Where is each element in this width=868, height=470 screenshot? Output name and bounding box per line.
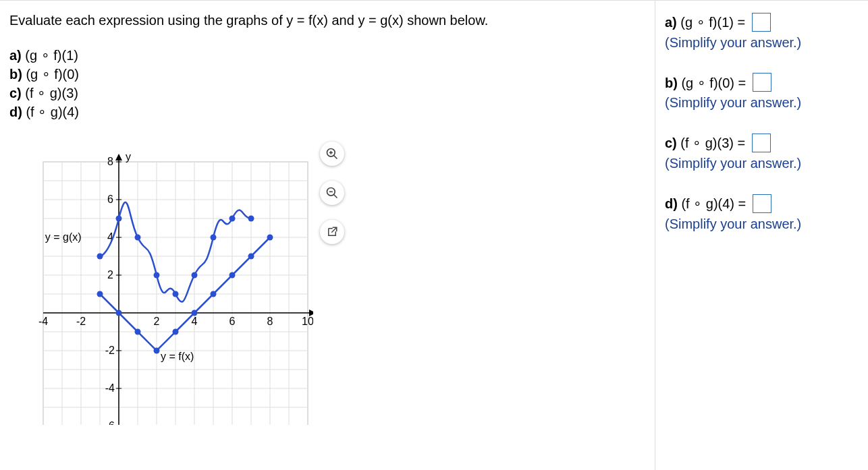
popout-button[interactable] — [320, 220, 344, 244]
hint-c: (Simplify your answer.) — [665, 156, 801, 171]
svg-point-62 — [173, 329, 179, 335]
graph-tools — [320, 142, 344, 259]
answer-panel: a) (g ∘ f)(1) = (Simplify your answer.) … — [655, 1, 868, 470]
svg-text:2: 2 — [154, 316, 160, 327]
svg-point-75 — [229, 216, 236, 222]
svg-line-80 — [334, 156, 337, 159]
svg-point-64 — [211, 291, 217, 297]
svg-point-76 — [248, 216, 254, 222]
svg-text:-2: -2 — [105, 345, 115, 356]
page-root: Evaluate each expression using the graph… — [0, 0, 868, 470]
svg-point-67 — [267, 235, 273, 241]
answer-d-input[interactable] — [753, 194, 771, 213]
zoom-in-button[interactable] — [320, 142, 344, 166]
svg-text:8: 8 — [267, 316, 273, 327]
answer-c: c) (f ∘ g)(3) = (Simplify your answer.) — [665, 134, 861, 173]
answer-b-input[interactable] — [753, 73, 771, 92]
svg-text:6: 6 — [229, 316, 236, 327]
svg-text:2: 2 — [107, 269, 113, 281]
svg-text:y = f(x): y = f(x) — [161, 351, 194, 362]
svg-point-73 — [192, 272, 198, 278]
svg-text:-4: -4 — [38, 316, 48, 327]
svg-point-65 — [229, 272, 236, 278]
zoom-out-button[interactable] — [320, 181, 344, 205]
svg-text:6: 6 — [107, 194, 113, 205]
svg-text:-6: -6 — [105, 420, 115, 425]
hint-a: (Simplify your answer.) — [665, 35, 801, 50]
svg-text:-4: -4 — [105, 382, 115, 394]
zoom-out-icon — [325, 186, 339, 200]
answer-d: d) (f ∘ g)(4) = (Simplify your answer.) — [665, 194, 861, 233]
graph-container: -4-22468102468-2-4-6xyy = g(x)y = f(x) — [23, 142, 313, 428]
svg-text:y: y — [126, 151, 131, 163]
svg-point-61 — [154, 348, 160, 354]
svg-point-58 — [97, 291, 103, 297]
svg-point-74 — [211, 235, 217, 241]
svg-text:4: 4 — [192, 316, 198, 327]
svg-text:-2: -2 — [76, 316, 86, 327]
svg-point-59 — [116, 310, 122, 316]
part-c: c) (f ∘ g)(3) — [9, 84, 648, 102]
popout-icon — [326, 226, 338, 238]
part-d: d) (f ∘ g)(4) — [9, 102, 648, 121]
parts-list: a) (g ∘ f)(1) b) (g ∘ f)(0) c) (f ∘ g)(3… — [9, 46, 648, 121]
instruction-text: Evaluate each expression using the graph… — [9, 13, 648, 28]
svg-point-71 — [154, 272, 160, 278]
svg-point-72 — [173, 291, 179, 297]
svg-point-60 — [135, 329, 141, 335]
svg-text:10: 10 — [302, 316, 313, 327]
question-panel: Evaluate each expression using the graph… — [0, 1, 655, 470]
svg-line-84 — [334, 195, 337, 198]
svg-text:8: 8 — [107, 156, 113, 167]
svg-point-66 — [248, 254, 254, 260]
part-b: b) (g ∘ f)(0) — [9, 65, 648, 84]
svg-point-69 — [116, 216, 122, 222]
part-a: a) (g ∘ f)(1) — [9, 46, 648, 65]
answer-b: b) (g ∘ f)(0) = (Simplify your answer.) — [665, 74, 861, 113]
hint-d: (Simplify your answer.) — [665, 216, 801, 231]
zoom-in-icon — [325, 147, 339, 160]
hint-b: (Simplify your answer.) — [665, 95, 801, 110]
svg-point-70 — [135, 235, 141, 241]
answer-a: a) (g ∘ f)(1) = (Simplify your answer.) — [665, 13, 861, 52]
svg-point-68 — [97, 254, 103, 260]
svg-text:y = g(x): y = g(x) — [45, 231, 82, 243]
svg-point-63 — [192, 310, 198, 316]
answer-c-input[interactable] — [752, 134, 771, 152]
answer-a-input[interactable] — [752, 13, 771, 32]
svg-marker-34 — [115, 154, 122, 160]
graph-svg: -4-22468102468-2-4-6xyy = g(x)y = f(x) — [23, 142, 313, 425]
